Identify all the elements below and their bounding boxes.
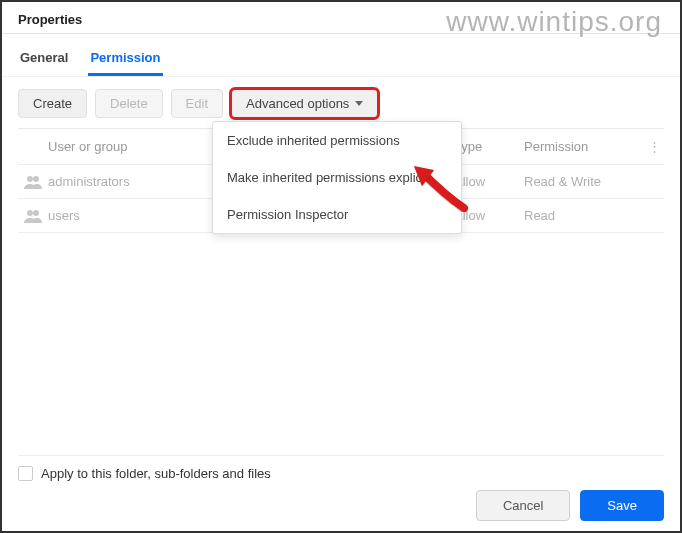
delete-button: Delete — [95, 89, 163, 118]
group-icon — [18, 175, 48, 189]
page-title: Properties — [18, 12, 82, 27]
row-permission: Read & Write — [524, 174, 644, 189]
menu-permission-inspector[interactable]: Permission Inspector — [213, 196, 461, 233]
col-permission-header[interactable]: Permission — [524, 139, 644, 154]
svg-point-1 — [33, 176, 39, 182]
tab-permission[interactable]: Permission — [88, 40, 162, 76]
tab-general[interactable]: General — [18, 40, 70, 76]
toolbar: Create Delete Edit Advanced options Excl… — [2, 77, 680, 128]
edit-button: Edit — [171, 89, 223, 118]
menu-make-explicit[interactable]: Make inherited permissions explicit — [213, 159, 461, 196]
group-icon — [18, 209, 48, 223]
svg-point-2 — [27, 210, 33, 216]
svg-point-3 — [33, 210, 39, 216]
chevron-down-icon — [355, 101, 363, 106]
properties-dialog: www.wintips.org Properties General Permi… — [0, 0, 682, 533]
table-header-menu[interactable]: ⋮ — [644, 139, 664, 154]
footer-options: Apply to this folder, sub-folders and fi… — [18, 455, 664, 481]
advanced-options-label: Advanced options — [246, 96, 349, 111]
apply-recursive-label: Apply to this folder, sub-folders and fi… — [41, 466, 271, 481]
cancel-button[interactable]: Cancel — [476, 490, 570, 521]
row-type: Allow — [454, 208, 524, 223]
col-type-header[interactable]: Type — [454, 139, 524, 154]
save-button[interactable]: Save — [580, 490, 664, 521]
svg-point-0 — [27, 176, 33, 182]
tab-bar: General Permission — [2, 40, 680, 77]
create-button[interactable]: Create — [18, 89, 87, 118]
apply-recursive-checkbox[interactable] — [18, 466, 33, 481]
row-type: Allow — [454, 174, 524, 189]
dialog-header: Properties — [2, 2, 680, 34]
dialog-actions: Cancel Save — [476, 490, 664, 521]
advanced-options-menu: Exclude inherited permissions Make inher… — [212, 121, 462, 234]
advanced-options-button[interactable]: Advanced options — [231, 89, 378, 118]
menu-exclude-inherited[interactable]: Exclude inherited permissions — [213, 122, 461, 159]
row-permission: Read — [524, 208, 644, 223]
